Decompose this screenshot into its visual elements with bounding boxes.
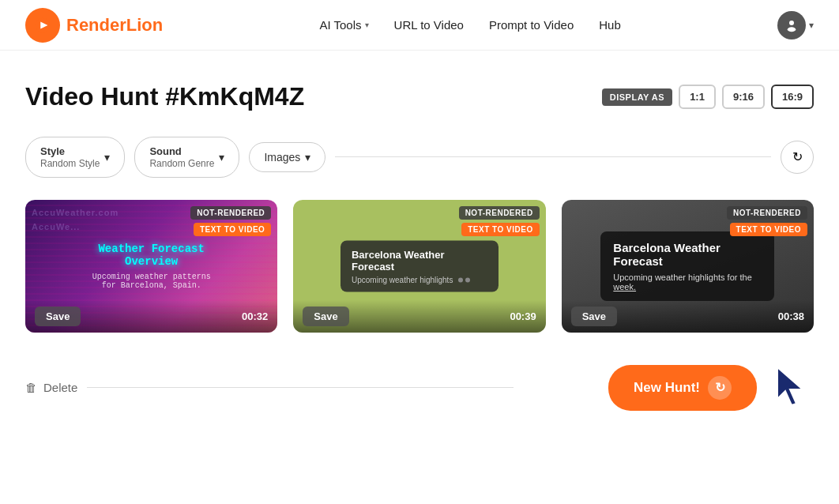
text-to-video-badge: TEXT TO VIDEO bbox=[194, 223, 271, 236]
not-rendered-badge: NOT-RENDERED bbox=[190, 206, 271, 220]
card-2-badges: NOT-RENDERED TEXT TO VIDEO bbox=[459, 206, 540, 236]
title-row: Video Hunt #KmKqM4Z DISPLAY AS 1:1 9:16 … bbox=[25, 82, 814, 111]
display-as-row: DISPLAY AS 1:1 9:16 16:9 bbox=[602, 85, 814, 109]
svg-marker-4 bbox=[777, 367, 803, 405]
delete-divider bbox=[87, 387, 514, 388]
nav-prompt-to-video[interactable]: Prompt to Video bbox=[489, 18, 574, 32]
svg-point-3 bbox=[788, 27, 796, 32]
refresh-button[interactable]: ↻ bbox=[781, 141, 814, 174]
text-to-video-badge: TEXT TO VIDEO bbox=[730, 223, 807, 236]
card-1-badges: NOT-RENDERED TEXT TO VIDEO bbox=[190, 206, 271, 236]
user-avatar-icon bbox=[777, 11, 806, 39]
card-1-footer: Save 00:32 bbox=[25, 300, 277, 333]
card-2-content: Barcelona Weather Forecast Upcoming weat… bbox=[340, 240, 499, 291]
dot-icon bbox=[458, 277, 463, 282]
video-card-3: Barcelona Weather Forecast Upcoming weat… bbox=[562, 200, 814, 333]
bottom-right: New Hunt! ↻ bbox=[608, 364, 814, 412]
nav-ai-tools[interactable]: AI Tools ▾ bbox=[319, 18, 368, 32]
user-chevron-icon: ▾ bbox=[809, 20, 814, 31]
card-1-subtitle: Upcoming weather patterns for Barcelona,… bbox=[88, 273, 215, 290]
duration-3: 00:38 bbox=[778, 310, 804, 322]
chevron-down-icon: ▾ bbox=[219, 151, 224, 164]
ratio-9-16-button[interactable]: 9:16 bbox=[722, 85, 765, 109]
card-3-footer: Save 00:38 bbox=[562, 300, 814, 333]
card-3-badges: NOT-RENDERED TEXT TO VIDEO bbox=[727, 206, 807, 236]
logo[interactable]: RenderLion bbox=[25, 8, 163, 43]
duration-1: 00:32 bbox=[242, 310, 268, 322]
cards-row: AccuWeather.comAccuWe... Weather Forecas… bbox=[25, 200, 814, 333]
watermark-1: AccuWeather.comAccuWe... bbox=[32, 206, 119, 234]
ratio-16-9-button[interactable]: 16:9 bbox=[771, 85, 814, 109]
video-card-2: Barcelona Weather Forecast Upcoming weat… bbox=[293, 200, 545, 333]
sound-filter-button[interactable]: Sound Random Genre ▾ bbox=[134, 137, 239, 178]
display-as-label: DISPLAY AS bbox=[602, 88, 672, 106]
chevron-down-icon: ▾ bbox=[305, 151, 310, 164]
logo-text: RenderLion bbox=[66, 15, 163, 36]
save-button-3[interactable]: Save bbox=[571, 307, 617, 326]
delete-button[interactable]: 🗑 Delete bbox=[25, 381, 77, 394]
card-3-content: Barcelona Weather Forecast Upcoming weat… bbox=[600, 231, 774, 301]
logo-icon bbox=[25, 8, 60, 43]
ratio-1-1-button[interactable]: 1:1 bbox=[679, 85, 716, 109]
images-filter-button[interactable]: Images ▾ bbox=[249, 142, 325, 172]
text-to-video-badge: TEXT TO VIDEO bbox=[461, 223, 539, 236]
duration-2: 00:39 bbox=[510, 310, 536, 322]
filter-divider bbox=[335, 156, 771, 157]
card-3-title: Barcelona Weather Forecast bbox=[613, 241, 762, 268]
not-rendered-badge: NOT-RENDERED bbox=[727, 206, 807, 220]
save-button-2[interactable]: Save bbox=[303, 307, 348, 326]
card-2-subtitle: Upcoming weather highlights bbox=[352, 275, 487, 284]
card-3-subtitle: Upcoming weather highlights for the week… bbox=[613, 273, 762, 291]
filter-row: Style Random Style ▾ Sound Random Genre … bbox=[25, 137, 814, 178]
card-1-title: Weather Forecast Overview bbox=[88, 243, 215, 268]
dot-icon bbox=[465, 277, 470, 282]
refresh-icon: ↻ bbox=[792, 149, 803, 164]
refresh-icon: ↻ bbox=[715, 380, 725, 395]
page-title: Video Hunt #KmKqM4Z bbox=[25, 82, 304, 111]
video-card-1: AccuWeather.comAccuWe... Weather Forecas… bbox=[25, 200, 277, 333]
card-2-title: Barcelona Weather Forecast bbox=[352, 248, 487, 272]
nav-hub[interactable]: Hub bbox=[599, 18, 621, 32]
chevron-down-icon: ▾ bbox=[365, 21, 369, 29]
chevron-down-icon: ▾ bbox=[104, 151, 110, 164]
save-button-1[interactable]: Save bbox=[35, 307, 81, 326]
nav-url-to-video[interactable]: URL to Video bbox=[394, 18, 464, 32]
main-content: Video Hunt #KmKqM4Z DISPLAY AS 1:1 9:16 … bbox=[0, 51, 839, 437]
main-nav: AI Tools ▾ URL to Video Prompt to Video … bbox=[319, 18, 620, 32]
header: RenderLion AI Tools ▾ URL to Video Promp… bbox=[0, 0, 839, 51]
svg-point-2 bbox=[789, 21, 794, 25]
delete-area: 🗑 Delete bbox=[25, 381, 514, 394]
trash-icon: 🗑 bbox=[25, 381, 37, 394]
card-1-content: Weather Forecast Overview Upcoming weath… bbox=[88, 243, 215, 290]
new-hunt-button[interactable]: New Hunt! ↻ bbox=[608, 365, 757, 411]
user-menu[interactable]: ▾ bbox=[777, 11, 814, 39]
not-rendered-badge: NOT-RENDERED bbox=[459, 206, 540, 220]
cursor-icon bbox=[769, 364, 814, 412]
bottom-row: 🗑 Delete New Hunt! ↻ bbox=[25, 358, 814, 412]
style-filter-button[interactable]: Style Random Style ▾ bbox=[25, 137, 125, 178]
new-hunt-refresh-icon: ↻ bbox=[708, 376, 732, 400]
card-2-footer: Save 00:39 bbox=[293, 300, 545, 333]
